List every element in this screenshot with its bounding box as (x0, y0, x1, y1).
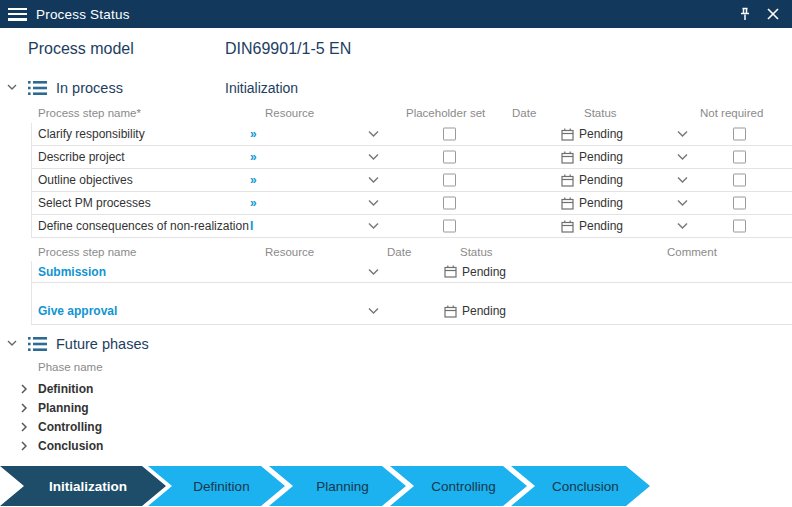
resource-dropdown-icon[interactable] (368, 200, 379, 207)
resource-link[interactable]: » (250, 127, 257, 141)
status-dropdown-icon[interactable] (677, 131, 688, 138)
col-not-required: Not required (700, 107, 763, 119)
list-icon (28, 80, 47, 96)
menu-icon[interactable] (8, 8, 27, 21)
table-row: Submission Pending (31, 261, 792, 283)
not-required-checkbox[interactable] (733, 174, 746, 187)
ribbon-phase-conclusion[interactable]: Conclusion (511, 466, 650, 506)
expand-chevron-icon[interactable] (21, 441, 27, 451)
in-process-table: Clarify responsibility » Pending Describ… (0, 123, 792, 238)
placeholder-checkbox[interactable] (443, 220, 456, 233)
process-model-label: Process model (28, 40, 134, 58)
placeholder-checkbox[interactable] (443, 197, 456, 210)
list-icon (28, 336, 47, 352)
section-in-process: In process Initialization (0, 78, 792, 100)
pin-icon[interactable] (736, 5, 754, 23)
step-name: Clarify responsibility (38, 127, 145, 141)
process-model-value: DIN69901/1-5 EN (225, 40, 351, 58)
resource-dropdown-icon[interactable] (368, 308, 379, 315)
status-field[interactable]: Pending (561, 127, 623, 141)
col-comment: Comment (667, 246, 717, 258)
status-value: Pending (579, 173, 623, 187)
process-model-row: Process model DIN69901/1-5 EN (0, 36, 792, 66)
current-phase-label: Initialization (225, 80, 298, 96)
close-icon[interactable] (764, 5, 782, 23)
status-dropdown-icon[interactable] (677, 154, 688, 161)
placeholder-checkbox[interactable] (443, 151, 456, 164)
expand-chevron-icon[interactable] (21, 422, 27, 432)
tree-item-planning[interactable]: Planning (0, 398, 792, 417)
status-value: Pending (579, 196, 623, 210)
not-required-checkbox[interactable] (733, 197, 746, 210)
resource-input-caret[interactable]: I (250, 219, 253, 233)
expand-chevron-icon[interactable] (21, 403, 27, 413)
phase-name: Conclusion (38, 439, 103, 453)
ribbon-phase-controlling[interactable]: Controlling (390, 466, 527, 506)
table-row: Clarify responsibility » Pending (31, 123, 792, 146)
tree-item-controlling[interactable]: Controlling (0, 417, 792, 436)
ribbon-phase-definition[interactable]: Definition (148, 466, 285, 506)
status-value: Pending (579, 219, 623, 233)
ribbon-label: Conclusion (552, 479, 619, 494)
resource-dropdown-icon[interactable] (368, 177, 379, 184)
step-name: Define consequences of non-realization (38, 219, 249, 233)
resource-link[interactable]: » (250, 173, 257, 187)
ribbon-label: Initialization (49, 479, 127, 494)
status-field[interactable]: Pending (561, 196, 623, 210)
not-required-checkbox[interactable] (733, 128, 746, 141)
col-phase-name: Phase name (38, 361, 103, 373)
col-date: Date (512, 107, 536, 119)
status-dropdown-icon[interactable] (677, 177, 688, 184)
resource-link[interactable]: » (250, 196, 257, 210)
ribbon-label: Definition (193, 479, 249, 494)
table-row: Outline objectives » Pending (31, 169, 792, 192)
col-placeholder-set: Placeholder set (406, 107, 485, 119)
status-field[interactable]: Pending (561, 219, 623, 233)
in-process-table-header: Process step name* Resource Placeholder … (0, 104, 792, 123)
tree-item-conclusion[interactable]: Conclusion (0, 436, 792, 455)
window-title: Process Status (36, 7, 130, 22)
step-link[interactable]: Submission (38, 265, 106, 279)
status-dropdown-icon[interactable] (677, 223, 688, 230)
expand-chevron-icon[interactable] (21, 384, 27, 394)
step-link[interactable]: Give approval (38, 304, 117, 318)
approval-table: Submission Pending Give approval Pending (0, 261, 792, 325)
status-value: Pending (462, 304, 506, 318)
resource-dropdown-icon[interactable] (368, 268, 379, 275)
col-process-step-name: Process step name* (38, 107, 141, 119)
ribbon-label: Planning (316, 479, 369, 494)
col-resource: Resource (265, 246, 314, 258)
placeholder-checkbox[interactable] (443, 174, 456, 187)
status-field[interactable]: Pending (444, 304, 506, 318)
step-name: Outline objectives (38, 173, 133, 187)
status-dropdown-icon[interactable] (677, 200, 688, 207)
table-row: Define consequences of non-realization I… (31, 215, 792, 238)
col-process-step-name: Process step name (38, 246, 136, 258)
col-date: Date (387, 246, 411, 258)
collapse-chevron-icon[interactable] (7, 84, 17, 90)
process-status-window: Process Status Process model DIN69901/1-… (0, 0, 792, 507)
status-field[interactable]: Pending (444, 265, 506, 279)
ribbon-phase-planning[interactable]: Planning (269, 466, 406, 506)
status-field[interactable]: Pending (561, 150, 623, 164)
ribbon-label: Controlling (431, 479, 496, 494)
table-row: Give approval Pending (31, 298, 792, 325)
resource-dropdown-icon[interactable] (368, 223, 379, 230)
future-phases-header: Phase name (0, 359, 792, 376)
resource-dropdown-icon[interactable] (368, 131, 379, 138)
titlebar: Process Status (0, 0, 792, 28)
phase-ribbon: Initialization Definition Planning Contr… (0, 466, 792, 506)
ribbon-phase-initialization[interactable]: Initialization (0, 466, 166, 506)
collapse-chevron-icon[interactable] (7, 340, 17, 346)
tree-item-definition[interactable]: Definition (0, 379, 792, 398)
placeholder-checkbox[interactable] (443, 128, 456, 141)
not-required-checkbox[interactable] (733, 220, 746, 233)
status-value: Pending (462, 265, 506, 279)
col-resource: Resource (265, 107, 314, 119)
resource-dropdown-icon[interactable] (368, 154, 379, 161)
not-required-checkbox[interactable] (733, 151, 746, 164)
phase-name: Definition (38, 382, 93, 396)
resource-link[interactable]: » (250, 150, 257, 164)
status-field[interactable]: Pending (561, 173, 623, 187)
section-future-phases: Future phases (0, 334, 792, 356)
